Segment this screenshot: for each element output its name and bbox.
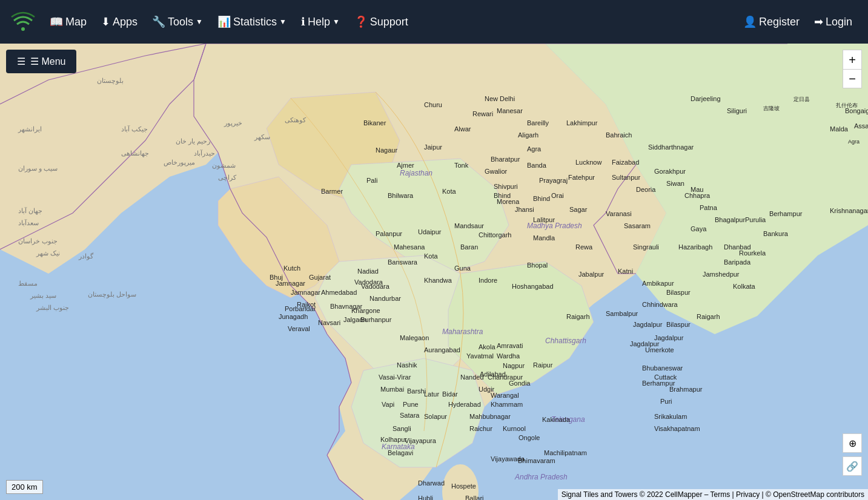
svg-text:Mahesana: Mahesana xyxy=(394,243,425,251)
svg-text:Jamnagar: Jamnagar xyxy=(291,289,320,296)
svg-text:Navsari: Navsari xyxy=(318,319,340,326)
locate-button[interactable]: ⊕ xyxy=(843,433,862,453)
link-icon: 🔗 xyxy=(846,461,858,472)
link-button[interactable]: 🔗 xyxy=(843,456,862,476)
statistics-icon: 📊 xyxy=(217,15,231,28)
svg-text:Sasaram: Sasaram xyxy=(624,222,651,229)
svg-text:گوادر: گوادر xyxy=(78,252,94,260)
nav-register[interactable]: 👤 Register xyxy=(737,10,806,33)
svg-text:Deoria: Deoria xyxy=(636,186,656,193)
svg-text:Nashik: Nashik xyxy=(397,361,417,369)
svg-text:Gorakhpur: Gorakhpur xyxy=(654,168,686,175)
svg-text:ایرانشهر: ایرانشهر xyxy=(18,125,42,133)
svg-text:Bongaigaon: Bongaigaon xyxy=(845,107,868,114)
svg-text:Lakhimpur: Lakhimpur xyxy=(566,119,598,127)
svg-text:Palanpur: Palanpur xyxy=(376,230,402,237)
svg-text:Maharashtra: Maharashtra xyxy=(442,327,483,336)
help-icon: ℹ xyxy=(301,15,305,28)
svg-text:Ballari: Ballari xyxy=(465,495,484,500)
svg-text:Rewa: Rewa xyxy=(575,243,593,251)
svg-text:Banswara: Banswara xyxy=(388,258,418,266)
map-svg: .water { fill: #a8c8e8; } .land { fill: … xyxy=(0,44,868,500)
svg-text:New Delhi: New Delhi xyxy=(485,95,515,102)
svg-text:Akola: Akola xyxy=(479,343,495,350)
svg-text:Aurangabad: Aurangabad xyxy=(424,346,460,354)
register-icon: 👤 xyxy=(743,15,757,28)
svg-text:Mau: Mau xyxy=(691,186,703,193)
svg-text:شمشون: شمشون xyxy=(212,162,236,169)
svg-text:Fatehpur: Fatehpur xyxy=(568,174,595,181)
svg-text:Bharatpur: Bharatpur xyxy=(491,156,520,163)
svg-text:Yavatmal: Yavatmal xyxy=(466,352,494,360)
svg-text:Hubli: Hubli xyxy=(418,495,433,500)
nav-statistics[interactable]: 📊 Statistics ▼ xyxy=(211,10,293,33)
svg-text:Nagaur: Nagaur xyxy=(376,146,397,154)
svg-text:Baran: Baran xyxy=(460,243,478,251)
svg-text:جهان آباد: جهان آباد xyxy=(18,207,42,215)
svg-text:Bidar: Bidar xyxy=(442,390,458,398)
menu-label: ☰ Menu xyxy=(30,56,65,67)
svg-text:Jabalpur: Jabalpur xyxy=(578,271,605,278)
svg-text:Jamshedpur: Jamshedpur xyxy=(703,271,740,278)
svg-text:Jhansi: Jhansi xyxy=(515,206,534,213)
svg-text:Solapur: Solapur xyxy=(424,413,447,420)
svg-text:Bhopal: Bhopal xyxy=(527,262,548,269)
zoom-in-button[interactable]: + xyxy=(843,50,862,69)
map-controls-right: ⊕ 🔗 xyxy=(843,433,862,476)
svg-text:Bareilly: Bareilly xyxy=(527,119,549,127)
svg-text:Nagpur: Nagpur xyxy=(503,362,525,369)
zoom-controls: + − xyxy=(843,50,862,88)
svg-text:Bilaspur: Bilaspur xyxy=(666,321,691,328)
svg-text:Katni: Katni xyxy=(618,268,633,275)
svg-text:جیکب آباد: جیکب آباد xyxy=(121,125,148,133)
map-icon: 📖 xyxy=(50,15,63,28)
svg-text:Varanasi: Varanasi xyxy=(606,210,632,217)
svg-text:Siwan: Siwan xyxy=(666,180,684,187)
nav-help[interactable]: ℹ Help ▼ xyxy=(295,10,346,33)
svg-text:Nadiad: Nadiad xyxy=(357,268,379,275)
svg-text:Rewari: Rewari xyxy=(472,110,493,117)
svg-text:Kota: Kota xyxy=(442,188,457,195)
svg-text:Shivpuri: Shivpuri xyxy=(494,183,518,190)
svg-text:Chhindwara: Chhindwara xyxy=(642,301,678,308)
menu-button[interactable]: ☰ ☰ Menu xyxy=(6,50,76,73)
svg-text:Bahraich: Bahraich xyxy=(606,131,632,139)
svg-text:Wardha: Wardha xyxy=(497,352,520,360)
svg-text:Ajmer: Ajmer xyxy=(397,162,414,169)
svg-text:Veraval: Veraval xyxy=(288,325,310,332)
svg-text:Vijayapura: Vijayapura xyxy=(405,437,437,444)
support-icon: ❓ xyxy=(354,15,368,28)
svg-text:Rajasthan: Rajasthan xyxy=(400,169,432,177)
svg-text:Mandla: Mandla xyxy=(533,234,555,242)
svg-text:Udaipur: Udaipur xyxy=(418,228,442,235)
zoom-out-button[interactable]: − xyxy=(843,69,862,88)
svg-text:Dharwad: Dharwad xyxy=(418,479,445,487)
svg-text:Kolkata: Kolkata xyxy=(733,283,756,290)
nav-login[interactable]: ➡ Login xyxy=(808,10,858,33)
svg-text:سعدآباد: سعدآباد xyxy=(18,219,39,226)
brand-logo[interactable] xyxy=(10,8,36,35)
svg-text:Belagavi: Belagavi xyxy=(388,449,413,456)
svg-text:Jagdalpur: Jagdalpur xyxy=(633,321,663,328)
svg-text:Ongole: Ongole xyxy=(518,434,540,441)
svg-text:Singrauli: Singrauli xyxy=(633,243,659,251)
svg-text:Raigarh: Raigarh xyxy=(566,313,590,320)
svg-text:Patna: Patna xyxy=(700,204,718,211)
nav-map[interactable]: 📖 Map xyxy=(44,10,93,33)
svg-text:Bhimavaram: Bhimavaram xyxy=(518,457,555,464)
nav-tools[interactable]: 🔧 Tools ▼ xyxy=(146,10,209,33)
svg-text:میرپورخاص: میرپورخاص xyxy=(164,159,195,166)
svg-text:Machilipatnam: Machilipatnam xyxy=(544,449,587,456)
svg-text:Kota: Kota xyxy=(424,252,439,260)
svg-text:吉隆坡: 吉隆坡 xyxy=(763,105,780,111)
svg-text:Malda: Malda xyxy=(830,125,849,133)
map-container[interactable]: .water { fill: #a8c8e8; } .land { fill: … xyxy=(0,44,868,500)
svg-text:Siddharthnagar: Siddharthnagar xyxy=(648,143,694,151)
svg-text:Jagdalpur: Jagdalpur xyxy=(630,340,660,347)
nav-support[interactable]: ❓ Support xyxy=(348,10,414,33)
nav-login-label: Login xyxy=(826,16,852,28)
tools-icon: 🔧 xyxy=(152,15,165,28)
svg-text:Bhind: Bhind xyxy=(533,195,550,202)
svg-text:بلوچستان: بلوچستان xyxy=(97,77,124,85)
nav-apps[interactable]: ⬇ Apps xyxy=(95,10,144,33)
